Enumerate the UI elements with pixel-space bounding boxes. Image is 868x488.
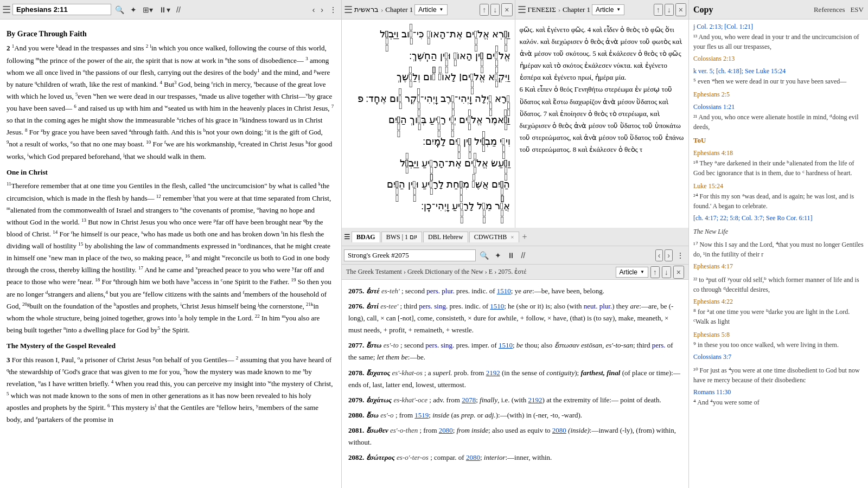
greek-panel: ☰ ΓΕΝΕΣΙΣ › Chapter 1 Article ↑ ↓ × φῶς.… <box>515 0 689 228</box>
mystery-text: 3 For this reason I, Paul, oa prisoner o… <box>7 354 335 426</box>
ref-col213: j Col. 2:13; [Col. 1:21] ¹³ And you, who… <box>693 23 864 63</box>
tab-add-btn[interactable]: + <box>520 232 529 242</box>
pause-arrow: ▾ <box>167 5 170 14</box>
ephesians-text-content: By Grace Through Faith 2 1And you were k… <box>0 20 341 488</box>
hash-btn-left[interactable]: // <box>174 4 183 15</box>
dict-entry-2078: 2078. ἔσχατος es'-khat-os ; a superl. pr… <box>348 367 682 391</box>
pause-btn-left[interactable]: ⏸ ▾ <box>157 4 173 15</box>
ref-link-eph417[interactable]: Ephesians 4:17 <box>693 262 864 271</box>
dict-panel-menu[interactable]: ☰ <box>344 233 350 241</box>
search-btn-left[interactable]: 🔍 <box>113 4 126 15</box>
parallel-btn-left[interactable]: ⊞ ▾ <box>141 4 155 15</box>
ref-eph25-section: Ephesians 2:5 <box>693 91 864 99</box>
dict-more-btn[interactable]: ⋮ <box>674 250 686 261</box>
tab-cdwg-close[interactable]: × <box>510 234 514 240</box>
greek-text-content: φῶς. καὶ ἐγένετο φῶς. 4 καὶ εἶδεν ὁ θεὸς… <box>515 20 689 228</box>
dict-bread-up[interactable]: ↑ <box>650 266 660 278</box>
parallel-arrow: ▾ <box>149 5 153 14</box>
left-menu-icon[interactable]: ☰ <box>2 4 11 16</box>
dict-entry-2076: 2076. ἐστί es-tee' ; third pers. sing. p… <box>348 300 682 336</box>
hebrew-greek-area: ☰ בראשית › Chapter 1 Article ↑ ↓ × וַיַּ… <box>342 0 688 228</box>
ref-text-luke1524: ²⁴ For this my son ᵃwas dead, and is aga… <box>693 191 864 211</box>
dict-entry-2080: 2080. ἔσω es'-o ; from 1519; inside (as … <box>348 409 682 421</box>
ref-newlife: The New Life ¹⁷ Now this I say and the L… <box>693 227 864 271</box>
left-toolbar: ☰ 🔍 ✦ ⊞ ▾ ⏸ ▾ // ‹ › <box>0 0 341 20</box>
hebrew-menu-icon[interactable]: ☰ <box>344 4 353 16</box>
ref-col121: Colossians 1:21 ²¹ And you, who once wer… <box>693 103 864 132</box>
dict-article-btn[interactable]: Article <box>616 267 648 278</box>
ref-link-eph422[interactable]: Ephesians 4:22 <box>693 298 864 306</box>
tree-btn-left[interactable]: ✦ <box>128 4 139 15</box>
hebrew-close-btn[interactable]: × <box>501 3 512 16</box>
heading-by-grace: By Grace Through Faith <box>7 28 335 40</box>
greek-close-btn[interactable]: × <box>675 3 686 16</box>
ref-link-tou[interactable]: ToU <box>693 136 864 145</box>
ref-tou-section: ToU <box>693 136 864 145</box>
more-btn-left[interactable]: ⋮ <box>327 4 339 15</box>
dict-toolbar: Strong's Greek #2075 🔍 ✦ ⏸ // ‹ › ⋮ <box>342 246 688 265</box>
dict-prev-btn[interactable]: ‹ <box>655 249 663 261</box>
greek-chapter-label[interactable]: Chapter 1 <box>563 5 590 14</box>
ref-eph418-section: Ephesians 4:18 ¹⁸ They ᵃare darkened in … <box>693 149 864 178</box>
heading-one-in-christ: One in Christ <box>7 167 335 178</box>
hebrew-toolbar: ☰ בראשית › Chapter 1 Article ↑ ↓ × <box>342 0 515 20</box>
ref-link-ch417[interactable]: [ch. 4:17; 22; 5:8; Col. 3:7; See Ro Cor… <box>693 214 864 222</box>
ref-text-newlife: The New Life <box>693 227 864 236</box>
greek-book[interactable]: ΓΕΝΕΣΙΣ <box>528 5 556 14</box>
ref-text-ver5: ⁵ even ʷhen we were dead in our tr you h… <box>693 76 864 86</box>
ref-eph422-text: ²² to ᵃput off ʸyour old self,ᵇ which fo… <box>693 275 864 326</box>
dict-search-box[interactable]: Strong's Greek #2075 <box>344 249 476 261</box>
ref-link-col121[interactable]: Colossians 1:21 <box>693 103 864 111</box>
dict-next-btn[interactable]: › <box>665 249 673 261</box>
tab-cdwg[interactable]: CDWGTHB × <box>469 232 519 242</box>
dict-bread-down[interactable]: ↓ <box>662 266 671 278</box>
ephesians-panel: ☰ 🔍 ✦ ⊞ ▾ ⏸ ▾ // ‹ › <box>0 0 342 488</box>
ref-link-luke1524[interactable]: Luke 15:24 <box>693 182 864 190</box>
ref-luke1524: Luke 15:24 ²⁴ For this my son ᵃwas dead,… <box>693 182 864 222</box>
ref-text-eph58: ⁹ in these you too once walked, wh were … <box>693 340 864 350</box>
search-icon-left: 🔍 <box>115 5 124 14</box>
ref-link-eph58[interactable]: Ephesians 5:8 <box>693 331 864 339</box>
greek-menu-icon[interactable]: ☰ <box>518 4 526 16</box>
dict-hash-btn[interactable]: // <box>519 250 527 261</box>
dict-bread-close[interactable]: × <box>673 266 684 279</box>
copy-title: Copy <box>693 5 713 15</box>
ref-toolbar: Copy References ESV <box>689 0 868 20</box>
dict-search-btn[interactable]: 🔍 <box>477 250 491 261</box>
ref-link-col37[interactable]: Colossians 3:7 <box>693 353 864 361</box>
book-input[interactable] <box>12 4 111 15</box>
hebrew-chapter-label[interactable]: Chapter 1 <box>385 5 413 14</box>
dict-pause-btn[interactable]: ⏸ <box>505 250 517 261</box>
ref-link-eph25[interactable]: Ephesians 2:5 <box>693 91 864 99</box>
ref-link-j-col213[interactable]: j Col. 2:13; [Col. 1:21] <box>693 23 864 31</box>
dict-tree-btn[interactable]: ✦ <box>493 250 503 261</box>
dict-panel: Strong's Greek #2075 🔍 ✦ ⏸ // ‹ › ⋮ The … <box>342 246 688 488</box>
ref-link-eph418[interactable]: Ephesians 4:18 <box>693 149 864 157</box>
next-btn-left[interactable]: › <box>318 4 326 15</box>
hebrew-breadcrumb: בראשית › Chapter 1 <box>354 5 413 14</box>
greek-up-btn[interactable]: ↑ <box>654 4 663 16</box>
greek-article-btn[interactable]: Article <box>592 4 624 15</box>
greek-down-btn[interactable]: ↓ <box>665 4 674 16</box>
hebrew-article-btn[interactable]: Article <box>414 4 447 15</box>
tab-bdag[interactable]: BDAG <box>352 232 380 242</box>
hebrew-down-btn[interactable]: ↓ <box>490 4 500 16</box>
ref-link-rom1130[interactable]: Romans 11:30 <box>693 388 864 396</box>
dict-entry-2081: 2081. ἔσωθεν es'-o-then ; from 2080; fro… <box>348 425 682 448</box>
hebrew-sep1: › <box>381 5 383 14</box>
prev-btn-left[interactable]: ‹ <box>310 4 317 15</box>
chevron-right-icon-left: › <box>321 5 323 14</box>
dict-entry-2077: 2077. ἔστω es'-to ; second pers. sing. p… <box>348 339 682 363</box>
dict-entry-2082: 2082. ἐσώτερος es-o'-ter-os ; compar. of… <box>348 452 682 464</box>
greek-toolbar: ☰ ΓΕΝΕΣΙΣ › Chapter 1 Article ↑ ↓ × <box>515 0 689 20</box>
more-icon-left: ⋮ <box>329 5 337 14</box>
tab-dbl[interactable]: DBL Hebrew <box>423 232 468 242</box>
tab-bws[interactable]: BWS | 1 יום <box>381 232 422 242</box>
middle-panels: ☰ בראשית › Chapter 1 Article ↑ ↓ × וַיַּ… <box>342 0 689 488</box>
hebrew-book[interactable]: בראשית <box>354 5 379 14</box>
ref-link-ver5[interactable]: k ver. 5; [ch. 4:18]; See Luke 15:24 <box>693 67 864 75</box>
dict-search-label: Strong's Greek #2075 <box>348 251 409 260</box>
ref-link-colossians213[interactable]: Colossians 2:13 <box>693 55 864 63</box>
hebrew-text-content: וַיַּ֧רְא אֱלֹהִ֛ים אֶת־הָאוֹר֖ כִּי־טֹ֑… <box>342 20 515 228</box>
hebrew-up-btn[interactable]: ↑ <box>480 4 489 16</box>
